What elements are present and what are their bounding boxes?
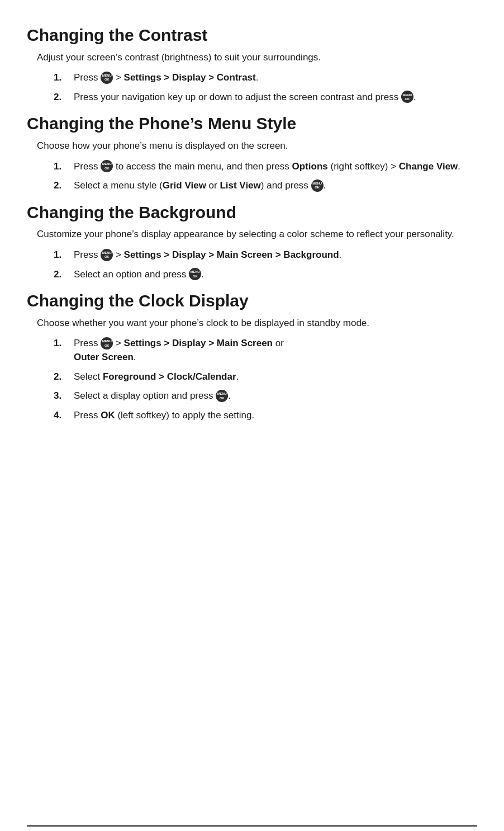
step-list: 1.Press MENUOK > Settings > Display > Ma… bbox=[54, 337, 477, 422]
step-item: 1.Press MENUOK to access the main menu, … bbox=[54, 160, 477, 174]
step-text: Select an option and press MENUOK. bbox=[74, 268, 477, 282]
bold-text: OK bbox=[101, 410, 115, 421]
bold-text: List View bbox=[220, 180, 260, 191]
section-clock-display: Changing the Clock DisplayChoose whether… bbox=[27, 291, 477, 422]
section-title: Changing the Background bbox=[27, 203, 477, 223]
section-intro: Customize your phone’s display appearanc… bbox=[37, 228, 477, 242]
step-number: 1. bbox=[54, 337, 69, 351]
menu-ok-icon: MENUOK bbox=[189, 268, 201, 280]
step-item: 3.Select a display option and press MENU… bbox=[54, 389, 477, 403]
menu-ok-icon: MENUOK bbox=[101, 337, 113, 350]
step-text: Select a menu style (Grid View or List V… bbox=[74, 179, 477, 193]
bold-text: Change View bbox=[399, 161, 458, 172]
step-number: 3. bbox=[54, 389, 69, 403]
bold-text: Settings > Display > Contrast bbox=[124, 72, 256, 83]
content-area: Changing the ContrastAdjust your screen’… bbox=[27, 26, 477, 468]
step-text: Press MENUOK > Settings > Display > Cont… bbox=[74, 71, 477, 85]
menu-ok-icon: MENUOK bbox=[311, 180, 324, 192]
menu-ok-icon: MENUOK bbox=[101, 249, 113, 261]
step-item: 2.Select a menu style (Grid View or List… bbox=[54, 179, 477, 193]
section-intro: Choose how your phone’s menu is displaye… bbox=[37, 139, 477, 153]
menu-ok-icon: MENUOK bbox=[401, 91, 413, 103]
step-text: Press MENUOK > Settings > Display > Main… bbox=[74, 337, 477, 364]
footer: 68 Section 2C: Controlling Your Phone’s … bbox=[27, 825, 477, 831]
step-number: 1. bbox=[54, 71, 69, 85]
section-menu-style: Changing the Phone’s Menu StyleChoose ho… bbox=[27, 114, 477, 192]
step-text: Press your navigation key up or down to … bbox=[74, 91, 477, 105]
step-item: 2.Select Foreground > Clock/Calendar. bbox=[54, 370, 477, 384]
section-title: Changing the Clock Display bbox=[27, 291, 477, 311]
step-number: 2. bbox=[54, 179, 69, 193]
menu-ok-icon: MENUOK bbox=[216, 390, 228, 402]
section-title: Changing the Contrast bbox=[27, 26, 477, 45]
step-text: Select Foreground > Clock/Calendar. bbox=[74, 370, 477, 384]
step-text: Press MENUOK > Settings > Display > Main… bbox=[74, 248, 477, 262]
section-title: Changing the Phone’s Menu Style bbox=[27, 114, 477, 134]
step-number: 2. bbox=[54, 268, 69, 282]
step-item: 4.Press OK (left softkey) to apply the s… bbox=[54, 409, 477, 423]
section-intro: Adjust your screen’s contrast (brightnes… bbox=[37, 51, 477, 65]
step-list: 1.Press MENUOK > Settings > Display > Co… bbox=[54, 71, 477, 104]
bold-text: Settings > Display > Main Screen > Backg… bbox=[124, 249, 339, 260]
section-background: Changing the BackgroundCustomize your ph… bbox=[27, 203, 477, 281]
step-number: 1. bbox=[54, 160, 69, 174]
step-number: 2. bbox=[54, 370, 69, 384]
step-text: Press OK (left softkey) to apply the set… bbox=[74, 409, 477, 423]
bold-text: Options bbox=[292, 161, 328, 172]
step-number: 4. bbox=[54, 409, 69, 423]
step-item: 2.Select an option and press MENUOK. bbox=[54, 268, 477, 282]
step-text: Select a display option and press MENUOK… bbox=[74, 389, 477, 403]
bold-text: Foreground > Clock/Calendar bbox=[103, 371, 236, 382]
section-intro: Choose whether you want your phone’s clo… bbox=[37, 317, 477, 330]
step-text: Press MENUOK to access the main menu, an… bbox=[74, 160, 477, 174]
step-item: 1.Press MENUOK > Settings > Display > Co… bbox=[54, 71, 477, 85]
step-item: 2.Press your navigation key up or down t… bbox=[54, 91, 477, 105]
bold-text: Settings > Display > Main Screen bbox=[124, 338, 273, 348]
menu-ok-icon: MENUOK bbox=[101, 160, 113, 172]
page: Changing the ContrastAdjust your screen’… bbox=[27, 26, 477, 831]
bold-text: Grid View bbox=[163, 180, 206, 191]
step-list: 1.Press MENUOK > Settings > Display > Ma… bbox=[54, 248, 477, 281]
step-item: 1.Press MENUOK > Settings > Display > Ma… bbox=[54, 337, 477, 364]
step-number: 1. bbox=[54, 248, 69, 262]
step-number: 2. bbox=[54, 91, 69, 105]
section-contrast: Changing the ContrastAdjust your screen’… bbox=[27, 26, 477, 104]
step-item: 1.Press MENUOK > Settings > Display > Ma… bbox=[54, 248, 477, 262]
bold-text: Outer Screen bbox=[74, 352, 134, 362]
step-list: 1.Press MENUOK to access the main menu, … bbox=[54, 160, 477, 193]
menu-ok-icon: MENUOK bbox=[101, 72, 113, 84]
